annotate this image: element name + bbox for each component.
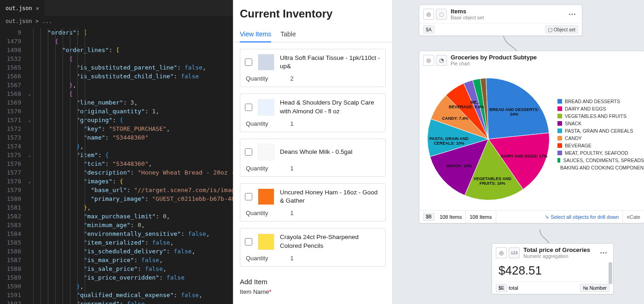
node-title: Total price of Groceries bbox=[523, 246, 594, 253]
quantity-label: Quantity bbox=[246, 255, 268, 262]
tab-view-items[interactable]: View Items bbox=[240, 27, 271, 42]
quantity-label: Quantity bbox=[246, 210, 268, 216]
product-name: Deans Whole Milk - 0.5gal bbox=[280, 148, 381, 156]
node-toolbar: $B 108 Items 108 Items ↘ Select all obje… bbox=[419, 210, 644, 223]
aggregation-value: $428.51 bbox=[492, 262, 613, 281]
select-checkbox[interactable] bbox=[245, 148, 252, 156]
editor-tab[interactable]: out.json ✕ bbox=[0, 0, 45, 16]
node-items[interactable]: ◎ ◌ Items Base object set ⋯ $A ▢ Object … bbox=[419, 5, 582, 36]
node-subtitle: Numeric aggregation bbox=[523, 253, 594, 259]
product-thumb bbox=[258, 144, 274, 160]
cube-icon[interactable]: ◎ bbox=[423, 55, 434, 66]
type-badge[interactable]: № Number bbox=[580, 284, 609, 292]
tab-label: out.json bbox=[6, 5, 32, 12]
product-thumb bbox=[258, 188, 274, 205]
select-checkbox[interactable] bbox=[245, 58, 252, 66]
inventory-card: Ultra Soft Facial Tissue - 1pk/110ct - u… bbox=[240, 49, 386, 87]
line-number-gutter: 9147914981532156515661567156815691570157… bbox=[0, 26, 26, 304]
legend-item[interactable]: DAIRY AND EGGS bbox=[557, 106, 644, 111]
cube-icon[interactable]: ◎ bbox=[496, 247, 507, 258]
scrollbar[interactable] bbox=[609, 262, 612, 284]
product-name: Uncured Honey Ham - 16oz - Good & Gather bbox=[280, 188, 381, 205]
drill-down-link[interactable]: ↘ Select all objects for drill down bbox=[545, 214, 622, 220]
cube-icon[interactable]: ◎ bbox=[423, 9, 434, 20]
inventory-tabs: View Items Table bbox=[233, 27, 392, 42]
pie-chart[interactable]: BREAD AND DESSERTS: 24%DAIRY AND EGGS: 1… bbox=[422, 73, 555, 205]
legend-item[interactable]: PASTA, GRAIN AND CEREALS bbox=[557, 128, 644, 134]
legend-item[interactable]: VEGETABLES AND FRUITS bbox=[557, 113, 644, 119]
number-icon[interactable]: 123 bbox=[509, 247, 520, 258]
node-title: Items bbox=[451, 8, 563, 15]
quantity-label: Quantity bbox=[246, 165, 268, 172]
legend-item[interactable]: CANDY bbox=[557, 135, 644, 141]
quantity-value: 1 bbox=[290, 120, 293, 127]
inventory-card: Head & Shoulders Dry Scalp Care with Alm… bbox=[240, 94, 386, 132]
legend-item[interactable]: BREAD AND DESSERTS bbox=[557, 99, 644, 104]
legend-item[interactable]: SNACK bbox=[557, 121, 644, 126]
workflow-canvas[interactable]: ◎ ◌ Items Base object set ⋯ $A ▢ Object … bbox=[393, 0, 644, 304]
globe-icon[interactable]: ◌ bbox=[436, 9, 447, 20]
quantity-label: Quantity bbox=[246, 75, 268, 82]
editor-tabbar: out.json ✕ bbox=[0, 0, 233, 16]
quantity-value: 1 bbox=[290, 165, 293, 172]
legend-item[interactable]: BAKING AND COOKING COMPONENTS bbox=[557, 165, 644, 170]
add-item-heading: Add Item bbox=[233, 273, 392, 287]
quantity-value: 2 bbox=[290, 75, 293, 82]
page-title: Current Inventory bbox=[240, 7, 386, 20]
select-checkbox[interactable] bbox=[245, 104, 252, 111]
inventory-card: Crayola 24ct Pre-Sharpened Colored Penci… bbox=[240, 228, 386, 266]
inventory-card: Uncured Honey Ham - 16oz - Good & Gather… bbox=[240, 183, 386, 222]
fold-column[interactable]: ⌄⌄⌄⌄ bbox=[26, 26, 33, 304]
chart-legend: BREAD AND DESSERTSDAIRY AND EGGSVEGETABL… bbox=[557, 73, 644, 205]
inventory-card: Deans Whole Milk - 0.5galQuantity1 bbox=[240, 139, 386, 177]
node-subtitle: Base object set bbox=[451, 15, 563, 20]
more-icon[interactable]: ⋯ bbox=[567, 10, 578, 18]
close-icon[interactable]: ✕ bbox=[36, 5, 39, 12]
select-checkbox[interactable] bbox=[245, 238, 252, 246]
quantity-value: 1 bbox=[290, 210, 293, 216]
code-area[interactable]: "orders": [ { "order_lines": [ { "is_sub… bbox=[33, 26, 233, 304]
legend-item[interactable]: BEVERAGE bbox=[557, 143, 644, 148]
pie-icon[interactable]: ◔ bbox=[436, 55, 447, 66]
product-thumb bbox=[258, 54, 274, 70]
product-thumb bbox=[258, 234, 274, 250]
code-editor: out.json ✕ out.json > ... 91479149815321… bbox=[0, 0, 233, 304]
node-title: Groceries by Product Subtype bbox=[451, 54, 640, 61]
out-var-badge[interactable]: $A bbox=[423, 25, 435, 34]
quantity-label: Quantity bbox=[246, 120, 268, 127]
legend-item[interactable]: SAUCES, CONDIMENTS, SPREADS bbox=[557, 158, 644, 163]
product-name: Ultra Soft Facial Tissue - 1pk/110ct - u… bbox=[280, 54, 381, 70]
node-pie-chart[interactable]: ◎ ◔ Groceries by Product Subtype Pie cha… bbox=[419, 51, 644, 223]
node-aggregation[interactable]: ◎ 123 Total price of Groceries Numeric a… bbox=[492, 243, 614, 294]
count-label[interactable]: 108 Items bbox=[466, 210, 496, 223]
node-subtitle: Pie chart bbox=[451, 61, 640, 66]
item-name-label: Item Name* bbox=[233, 287, 392, 296]
quantity-value: 1 bbox=[290, 255, 293, 262]
object-set-badge[interactable]: ▢ Object set bbox=[545, 25, 578, 34]
product-name: Head & Shoulders Dry Scalp Care with Alm… bbox=[280, 99, 381, 115]
breadcrumb[interactable]: out.json > ... bbox=[0, 16, 233, 26]
select-checkbox[interactable] bbox=[245, 193, 252, 200]
var-badge[interactable]: $B 108 Items bbox=[419, 210, 466, 223]
inventory-panel: Current Inventory View Items Table Ultra… bbox=[233, 0, 393, 304]
legend-item[interactable]: MEAT, POULTRY, SEAFOOD bbox=[557, 150, 644, 156]
product-thumb bbox=[258, 99, 274, 116]
product-name: Crayola 24ct Pre-Sharpened Colored Penci… bbox=[280, 233, 381, 250]
inventory-list: Ultra Soft Facial Tissue - 1pk/110ct - u… bbox=[233, 42, 392, 273]
categorize-button[interactable]: ≡ Cate bbox=[622, 210, 644, 223]
tab-table[interactable]: Table bbox=[280, 27, 296, 42]
more-icon[interactable]: ⋯ bbox=[598, 248, 609, 257]
